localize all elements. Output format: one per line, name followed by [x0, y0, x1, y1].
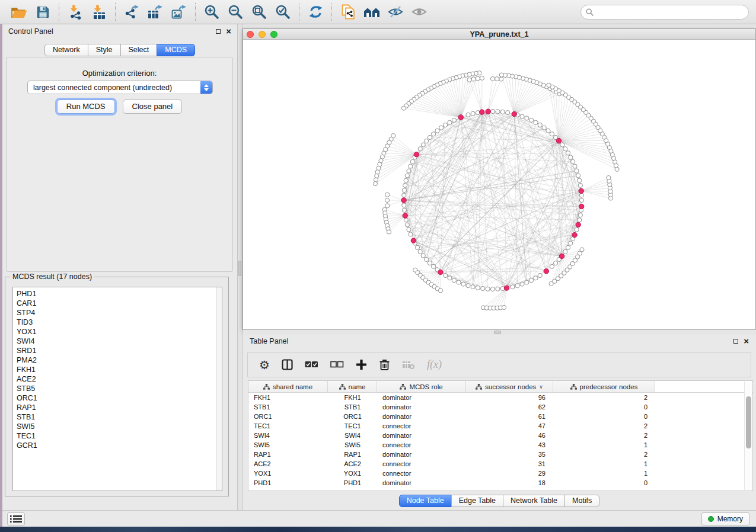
ring-node[interactable] — [431, 264, 435, 268]
export-network-button[interactable] — [120, 2, 143, 22]
ring-node[interactable] — [421, 143, 425, 147]
tab-edge-table[interactable]: Edge Table — [451, 495, 503, 507]
table-row[interactable]: STB1STB1dominator620 — [248, 402, 752, 412]
import-table-button[interactable] — [87, 2, 111, 22]
close-table-panel-icon[interactable]: × — [744, 338, 749, 344]
column-header-shared-name[interactable]: shared name — [248, 381, 328, 392]
column-header-predecessor-nodes[interactable]: predecessor nodes — [553, 381, 655, 392]
ring-node[interactable] — [525, 280, 529, 284]
mcds-result-item[interactable]: RAP1 — [17, 403, 222, 412]
leaf-node[interactable] — [547, 83, 551, 87]
ring-node[interactable] — [407, 169, 411, 173]
ring-node[interactable] — [569, 241, 573, 245]
ring-node[interactable] — [402, 208, 406, 212]
mcds-result-item[interactable]: ORC1 — [17, 393, 222, 403]
tab-node-table[interactable]: Node Table — [399, 495, 452, 507]
ring-node[interactable] — [550, 264, 554, 268]
ring-node[interactable] — [404, 178, 408, 182]
leaf-node[interactable] — [375, 170, 379, 174]
ring-node[interactable] — [425, 257, 429, 261]
mcds-result-item[interactable]: YOX1 — [17, 327, 222, 336]
ring-node[interactable] — [407, 227, 411, 232]
search-input[interactable] — [596, 8, 744, 16]
ring-node[interactable] — [402, 193, 406, 197]
vertical-splitter-grip[interactable] — [238, 261, 241, 276]
tab-network-table[interactable]: Network Table — [503, 495, 565, 507]
ring-node[interactable] — [418, 249, 422, 254]
mcds-node[interactable] — [504, 286, 509, 290]
ring-node[interactable] — [444, 273, 448, 277]
table-row[interactable]: SWI5SWI5connector431 — [248, 440, 752, 450]
ring-node[interactable] — [481, 286, 485, 290]
ring-node[interactable] — [520, 114, 524, 118]
ring-node[interactable] — [578, 218, 582, 222]
mcds-node[interactable] — [438, 270, 443, 274]
leaf-node[interactable] — [499, 73, 503, 77]
mcds-node[interactable] — [544, 269, 548, 274]
table-row[interactable]: PHD1PHD1dominator180 — [248, 478, 752, 488]
ring-node[interactable] — [418, 147, 422, 151]
mcds-result-item[interactable]: ACE2 — [17, 374, 222, 384]
zoom-out-button[interactable] — [224, 2, 247, 22]
ring-node[interactable] — [466, 113, 470, 117]
ring-node[interactable] — [457, 280, 461, 284]
tab-motifs[interactable]: Motifs — [564, 495, 599, 507]
leaf-node[interactable] — [480, 76, 484, 80]
ring-node[interactable] — [448, 276, 452, 280]
ring-node[interactable] — [402, 203, 406, 207]
delete-row-button[interactable] — [379, 358, 390, 371]
table-scrollbar-thumb[interactable] — [746, 396, 751, 448]
ring-node[interactable] — [444, 123, 448, 127]
ring-node[interactable] — [500, 110, 505, 114]
ring-node[interactable] — [431, 132, 435, 136]
ring-node[interactable] — [428, 261, 432, 265]
mcds-result-item[interactable]: FKH1 — [17, 365, 222, 374]
leaf-node[interactable] — [607, 175, 611, 180]
ring-node[interactable] — [490, 287, 495, 291]
horizontal-splitter[interactable] — [243, 330, 756, 335]
mcds-result-list[interactable]: PHD1CAR1STP4TID3YOX1SWI4SRD1PMA2FKH1ACE2… — [12, 287, 222, 491]
leaf-node[interactable] — [373, 182, 377, 186]
mcds-node[interactable] — [572, 232, 577, 237]
ring-node[interactable] — [409, 164, 413, 168]
ring-node[interactable] — [542, 126, 546, 130]
ring-node[interactable] — [466, 284, 470, 288]
ring-node[interactable] — [534, 120, 538, 124]
leaf-node[interactable] — [374, 178, 378, 182]
ring-node[interactable] — [405, 223, 409, 227]
ring-node[interactable] — [579, 198, 583, 202]
network-window-titlebar[interactable]: YPA_prune.txt_1 — [243, 29, 755, 40]
mcds-result-item[interactable]: STB5 — [17, 384, 222, 393]
leaf-node[interactable] — [502, 305, 506, 309]
ring-node[interactable] — [573, 164, 577, 168]
export-image-button[interactable] — [167, 2, 191, 22]
leaf-node[interactable] — [580, 248, 584, 252]
gear-button[interactable]: ⚙ — [259, 359, 270, 371]
zoom-in-button[interactable] — [200, 2, 224, 22]
mcds-result-item[interactable]: PHD1 — [17, 289, 222, 299]
add-row-button[interactable] — [356, 359, 367, 370]
ring-node[interactable] — [461, 282, 465, 286]
ring-node[interactable] — [476, 286, 480, 290]
export-table-button[interactable] — [143, 2, 167, 22]
ring-node[interactable] — [534, 276, 538, 280]
mcds-result-item[interactable]: GCR1 — [17, 441, 222, 450]
table-row[interactable]: YOX1YOX1connector291 — [248, 469, 752, 478]
mcds-result-item[interactable]: SRD1 — [17, 346, 222, 355]
tab-style[interactable]: Style — [88, 44, 121, 56]
table-scrollbar[interactable] — [744, 382, 752, 490]
table-row[interactable]: ACE2ACE2connector311 — [248, 459, 752, 469]
ring-node[interactable] — [405, 174, 409, 178]
leaf-node[interactable] — [499, 77, 503, 81]
ring-node[interactable] — [506, 111, 510, 115]
import-network-button[interactable] — [63, 2, 87, 22]
ring-node[interactable] — [415, 245, 419, 249]
mcds-node[interactable] — [486, 109, 490, 114]
mcds-node[interactable] — [411, 238, 416, 243]
search-box[interactable] — [580, 5, 749, 20]
column-header-mcds-role[interactable]: MCDS role — [377, 381, 466, 392]
ring-node[interactable] — [538, 273, 542, 277]
ring-node[interactable] — [515, 284, 519, 288]
ring-node[interactable] — [439, 126, 444, 130]
zoom-fit-button[interactable] — [247, 2, 271, 22]
